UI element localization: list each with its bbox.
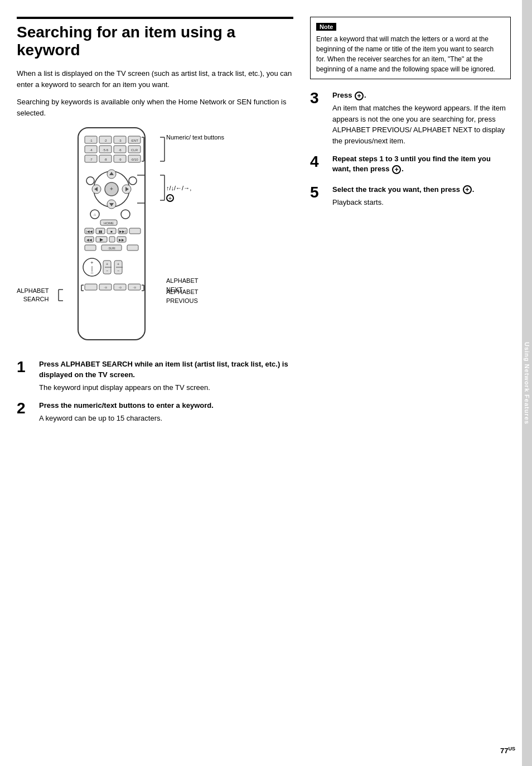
step-3-title: Press +. [332, 90, 511, 100]
svg-text:■: ■ [110, 230, 113, 233]
page-number: 77US [500, 746, 515, 755]
svg-text:◀◀: ◀◀ [86, 238, 92, 242]
svg-point-39 [86, 177, 94, 185]
svg-rect-66 [85, 245, 96, 250]
svg-text:·2: ·2 [104, 139, 107, 142]
step-5-desc: Playback starts. [332, 197, 511, 208]
svg-text:▶▶|: ▶▶| [119, 230, 126, 233]
step-4: 4 Repeat steps 1 to 3 until you find the… [310, 154, 511, 176]
svg-text:·7: ·7 [89, 158, 93, 161]
note-label: Note [316, 23, 336, 31]
section-sidebar: Using Network Features [522, 0, 532, 766]
step-2-desc: A keyword can be up to 15 characters. [39, 413, 293, 424]
remote-svg: ·1 ·2 ·3 ·ENT ·4 ·5·6 ·6 [61, 125, 162, 348]
step-5-title: Select the track you want, then press +. [332, 185, 511, 195]
svg-text:HOME: HOME [104, 221, 114, 225]
svg-text:·: · [112, 238, 112, 242]
svg-rect-69 [127, 245, 138, 250]
page-title: Searching for an item using a keyword [17, 17, 293, 59]
callout-numeric: Numeric/ text buttons [166, 133, 224, 142]
svg-text:+: + [110, 186, 113, 192]
svg-text:⌂: ⌂ [94, 213, 96, 216]
svg-text:+: + [117, 262, 119, 266]
step-4-circle: + [392, 165, 401, 174]
remote-diagram: ·1 ·2 ·3 ·ENT ·4 ·5·6 ·6 [61, 125, 293, 348]
svg-text:·⊙: ·⊙ [118, 286, 121, 289]
svg-text:·⊙: ·⊙ [133, 286, 136, 289]
svg-text:·ENT: ·ENT [130, 139, 138, 142]
step-2-number: 2 [17, 401, 33, 416]
svg-text:▶▶: ▶▶ [119, 238, 124, 242]
callout-alphabet-search: ALPHABET SEARCH [17, 287, 49, 304]
svg-point-48 [121, 210, 130, 219]
svg-text:·SURI: ·SURI [108, 247, 115, 250]
svg-text:CLR: CLR [131, 148, 138, 152]
step-3-number: 3 [310, 90, 327, 106]
svg-text:▶: ▶ [100, 237, 104, 242]
note-text: Enter a keyword that will match the lett… [316, 34, 505, 74]
step-1-number: 1 [17, 359, 33, 375]
svg-text:▮▮: ▮▮ [99, 230, 102, 233]
svg-text:−: − [117, 269, 119, 273]
svg-text:+: + [106, 262, 108, 266]
step-5: 5 Select the track you want, then press … [310, 185, 511, 208]
step-2: 2 Press the numeric/text buttons to ente… [17, 401, 293, 424]
svg-text:|◀◀: |◀◀ [86, 230, 93, 233]
right-steps-section: 3 Press +. An item that matches the keyw… [310, 90, 511, 208]
intro-para-2: Searching by keywords is available only … [17, 97, 293, 118]
svg-rect-82 [85, 284, 97, 290]
svg-text:·8: ·8 [104, 158, 107, 161]
callout-alphabet-previous: ALPHABET PREVIOUS [166, 288, 198, 305]
step-5-circle: + [463, 185, 472, 194]
svg-text:−: − [106, 269, 108, 273]
svg-text:·5·6: ·5·6 [103, 148, 109, 152]
intro-para-1: When a list is displayed on the TV scree… [17, 68, 293, 90]
step-5-number: 5 [310, 185, 327, 200]
step-3-circle: + [355, 91, 364, 100]
step-1-desc: The keyword input display appears on the… [39, 382, 293, 393]
svg-text:·3: ·3 [118, 139, 122, 142]
svg-text:·0/10: ·0/10 [130, 158, 138, 161]
svg-text:+: + [90, 260, 93, 266]
step-2-title: Press the numeric/text buttons to enter … [39, 401, 293, 411]
svg-text:·4: ·4 [89, 148, 93, 152]
svg-point-40 [129, 177, 137, 185]
svg-text:·⊙: ·⊙ [104, 286, 107, 289]
step-4-title: Repeat steps 1 to 3 until you find the i… [332, 154, 511, 174]
note-box: Note Enter a keyword that will match the… [310, 17, 511, 79]
svg-text:−: − [90, 270, 93, 276]
step-1: 1 Press ALPHABET SEARCH while an item li… [17, 359, 293, 393]
step-3: 3 Press +. An item that matches the keyw… [310, 90, 511, 146]
svg-text:·1: ·1 [89, 139, 93, 142]
steps-section: 1 Press ALPHABET SEARCH while an item li… [17, 359, 293, 424]
svg-text:·9: ·9 [118, 158, 122, 161]
step-1-title: Press ALPHABET SEARCH while an item list… [39, 359, 293, 379]
svg-rect-57 [129, 228, 141, 234]
svg-text:·6: ·6 [118, 148, 122, 152]
step-3-desc: An item that matches the keyword appears… [332, 103, 511, 146]
step-4-number: 4 [310, 154, 327, 170]
